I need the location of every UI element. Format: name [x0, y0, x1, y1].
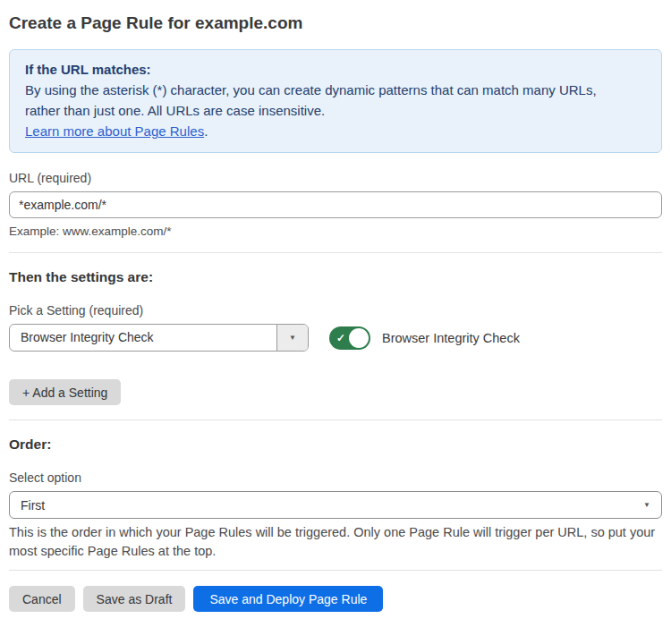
add-setting-button[interactable]: + Add a Setting [9, 379, 121, 405]
order-select[interactable]: First ▼ [9, 491, 662, 519]
setting-dropdown-value: Browser Integrity Check [10, 325, 276, 351]
info-body-line-2: rather than just one. All URLs are case … [25, 100, 646, 121]
setting-dropdown[interactable]: Browser Integrity Check ▼ [9, 324, 309, 352]
setting-row: Browser Integrity Check ▼ ✓ Browser Inte… [9, 324, 662, 352]
create-page-rule-form: Create a Page Rule for example.com If th… [0, 13, 671, 612]
browser-integrity-check-toggle[interactable]: ✓ [329, 326, 370, 350]
url-match-info-box: If the URL matches: By using the asteris… [9, 49, 662, 153]
info-body-line-1: By using the asterisk (*) character, you… [25, 80, 646, 100]
url-label: URL (required) [9, 171, 662, 185]
info-box-body: By using the asterisk (*) character, you… [25, 80, 646, 121]
footer-actions: Cancel Save as Draft Save and Deploy Pag… [9, 586, 662, 612]
chevron-down-icon: ▼ [289, 335, 296, 342]
toggle-label: Browser Integrity Check [382, 331, 520, 345]
order-help-line-1: This is the order in which your Page Rul… [9, 523, 662, 542]
cancel-button[interactable]: Cancel [9, 586, 75, 612]
order-select-value: First [21, 498, 45, 513]
select-option-label: Select option [9, 470, 662, 485]
link-period: . [204, 123, 208, 139]
page-title: Create a Page Rule for example.com [9, 13, 662, 33]
save-and-deploy-button[interactable]: Save and Deploy Page Rule [193, 586, 383, 612]
check-icon: ✓ [336, 332, 345, 344]
order-section-heading: Order: [9, 436, 662, 453]
setting-dropdown-arrow-button[interactable]: ▼ [276, 325, 308, 351]
divider [9, 570, 662, 571]
url-input[interactable] [9, 191, 662, 218]
chevron-down-icon: ▼ [643, 502, 650, 509]
order-help-line-2: most specific Page Rules at the top. [9, 542, 662, 561]
info-link-row: Learn more about Page Rules. [25, 121, 646, 141]
save-as-draft-button[interactable]: Save as Draft [83, 586, 186, 612]
learn-more-page-rules-link[interactable]: Learn more about Page Rules [25, 123, 204, 139]
info-box-heading: If the URL matches: [25, 59, 646, 80]
order-help-text: This is the order in which your Page Rul… [9, 523, 662, 561]
settings-section-heading: Then the settings are: [9, 268, 662, 285]
divider [9, 252, 662, 253]
toggle-knob [349, 328, 369, 348]
divider [9, 419, 662, 420]
url-example-hint: Example: www.example.com/* [9, 225, 662, 238]
pick-setting-label: Pick a Setting (required) [9, 303, 662, 318]
